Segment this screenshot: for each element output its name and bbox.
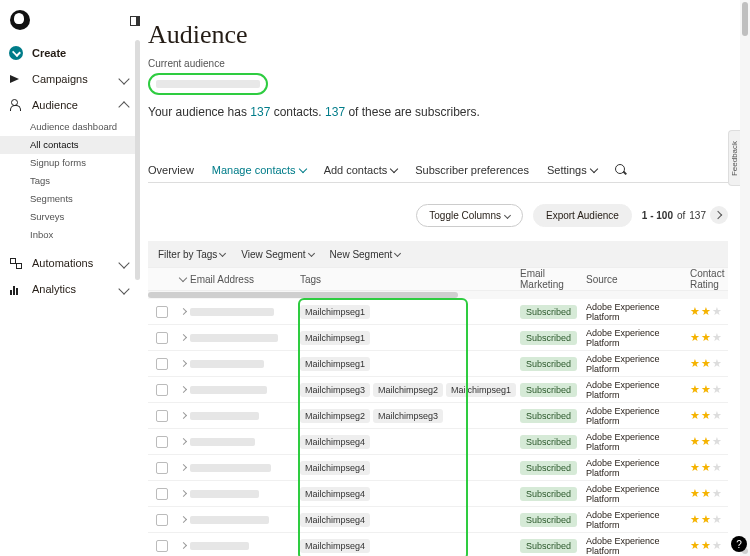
expand-row-icon[interactable] (179, 360, 186, 367)
sidebar-sub-segments[interactable]: Segments (0, 190, 140, 208)
tag-chip[interactable]: Mailchimpseg4 (300, 539, 370, 553)
page-scrollbar[interactable] (740, 0, 750, 556)
status-badge: Subscribed (520, 487, 577, 501)
table-row[interactable]: Mailchimpseg1SubscribedAdobe Experience … (148, 325, 728, 351)
row-checkbox[interactable] (156, 436, 168, 448)
chevron-down-icon[interactable] (179, 274, 187, 282)
sidebar-item-analytics[interactable]: Analytics (0, 276, 140, 302)
expand-row-icon[interactable] (179, 490, 186, 497)
tag-chip[interactable]: Mailchimpseg3 (300, 383, 370, 397)
table-row[interactable]: Mailchimpseg2Mailchimpseg3SubscribedAdob… (148, 403, 728, 429)
row-checkbox[interactable] (156, 306, 168, 318)
table-h-scrollbar[interactable] (148, 291, 728, 299)
row-checkbox[interactable] (156, 488, 168, 500)
chevron-down-icon (118, 257, 129, 268)
email-redacted (190, 490, 259, 498)
table-row[interactable]: Mailchimpseg3Mailchimpseg2Mailchimpseg1S… (148, 377, 728, 403)
next-page-button[interactable] (710, 206, 728, 224)
table-row[interactable]: Mailchimpseg1SubscribedAdobe Experience … (148, 351, 728, 377)
chevron-down-icon (118, 283, 129, 294)
collapse-panel-icon[interactable] (130, 16, 140, 26)
tab-overview[interactable]: Overview (148, 164, 194, 176)
email-redacted (190, 334, 278, 342)
bar-chart-icon (10, 283, 22, 295)
col-source[interactable]: Source (586, 274, 690, 285)
tab-add-contacts[interactable]: Add contacts (324, 164, 398, 176)
rating-stars: ★★★ (690, 435, 728, 448)
col-email[interactable]: Email Address (190, 274, 300, 285)
tab-manage-contacts[interactable]: Manage contacts (212, 164, 306, 176)
email-redacted (190, 542, 249, 550)
sidebar-sub-signup[interactable]: Signup forms (0, 154, 140, 172)
expand-row-icon[interactable] (179, 334, 186, 341)
toggle-columns-button[interactable]: Toggle Columns (416, 204, 523, 227)
expand-row-icon[interactable] (179, 412, 186, 419)
sidebar-item-automations[interactable]: Automations (0, 250, 140, 276)
feedback-tab[interactable]: Feedback (728, 130, 740, 186)
row-checkbox[interactable] (156, 462, 168, 474)
help-button[interactable]: ? (731, 536, 747, 552)
sidebar-sub-tags[interactable]: Tags (0, 172, 140, 190)
row-checkbox[interactable] (156, 358, 168, 370)
source-value: Adobe Experience Platform (586, 406, 690, 426)
rating-stars: ★★★ (690, 539, 728, 552)
tag-chip[interactable]: Mailchimpseg2 (300, 409, 370, 423)
sidebar-sub-inbox[interactable]: Inbox (0, 226, 140, 244)
tab-settings[interactable]: Settings (547, 164, 597, 176)
sidebar-item-audience[interactable]: Audience (0, 92, 140, 118)
current-audience-highlight (148, 73, 268, 95)
expand-row-icon[interactable] (179, 386, 186, 393)
expand-row-icon[interactable] (179, 308, 186, 315)
row-checkbox[interactable] (156, 332, 168, 344)
person-icon (10, 99, 22, 111)
tag-chip[interactable]: Mailchimpseg2 (373, 383, 443, 397)
workflow-icon (10, 257, 22, 269)
current-audience-label: Current audience (148, 58, 728, 69)
main-content: Audience Current audience Your audience … (148, 0, 728, 556)
row-checkbox[interactable] (156, 540, 168, 552)
new-segment[interactable]: New Segment (330, 249, 401, 260)
tag-chip[interactable]: Mailchimpseg1 (446, 383, 516, 397)
tag-chip[interactable]: Mailchimpseg4 (300, 513, 370, 527)
rating-stars: ★★★ (690, 513, 728, 526)
tag-chip[interactable]: Mailchimpseg1 (300, 357, 370, 371)
mailchimp-logo-icon[interactable] (10, 10, 30, 30)
col-rating[interactable]: Contact Rating (690, 268, 728, 290)
row-checkbox[interactable] (156, 514, 168, 526)
tab-subscriber-prefs[interactable]: Subscriber preferences (415, 164, 529, 176)
row-checkbox[interactable] (156, 384, 168, 396)
row-checkbox[interactable] (156, 410, 168, 422)
search-icon[interactable] (615, 164, 627, 176)
table-row[interactable]: Mailchimpseg4SubscribedAdobe Experience … (148, 507, 728, 533)
expand-row-icon[interactable] (179, 464, 186, 471)
table-row[interactable]: Mailchimpseg4SubscribedAdobe Experience … (148, 455, 728, 481)
view-segment[interactable]: View Segment (241, 249, 313, 260)
sidebar-sub-dashboard[interactable]: Audience dashboard (0, 118, 140, 136)
col-tags[interactable]: Tags (300, 274, 520, 285)
tag-chip[interactable]: Mailchimpseg4 (300, 461, 370, 475)
sidebar: Create Campaigns Audience Audience dashb… (0, 40, 140, 556)
megaphone-icon (10, 73, 22, 85)
tag-chip[interactable]: Mailchimpseg4 (300, 435, 370, 449)
expand-row-icon[interactable] (179, 542, 186, 549)
table-row[interactable]: Mailchimpseg1SubscribedAdobe Experience … (148, 299, 728, 325)
table-toolbar: Toggle Columns Export Audience 1 - 100 o… (148, 201, 728, 229)
table-row[interactable]: Mailchimpseg4SubscribedAdobe Experience … (148, 429, 728, 455)
sidebar-sub-surveys[interactable]: Surveys (0, 208, 140, 226)
tag-chip[interactable]: Mailchimpseg4 (300, 487, 370, 501)
tag-chip[interactable]: Mailchimpseg3 (373, 409, 443, 423)
table-row[interactable]: Mailchimpseg4SubscribedAdobe Experience … (148, 481, 728, 507)
col-email-marketing[interactable]: Email Marketing (520, 268, 586, 290)
table-row[interactable]: Mailchimpseg4SubscribedAdobe Experience … (148, 533, 728, 556)
tag-chip[interactable]: Mailchimpseg1 (300, 331, 370, 345)
expand-row-icon[interactable] (179, 438, 186, 445)
tag-chip[interactable]: Mailchimpseg1 (300, 305, 370, 319)
filter-by-tags[interactable]: Filter by Tags (158, 249, 225, 260)
expand-row-icon[interactable] (179, 516, 186, 523)
rating-stars: ★★★ (690, 331, 728, 344)
sidebar-item-create[interactable]: Create (0, 40, 140, 66)
sidebar-sub-all-contacts[interactable]: All contacts (0, 136, 140, 154)
export-audience-button[interactable]: Export Audience (533, 204, 632, 227)
sidebar-item-campaigns[interactable]: Campaigns (0, 66, 140, 92)
email-redacted (190, 516, 269, 524)
